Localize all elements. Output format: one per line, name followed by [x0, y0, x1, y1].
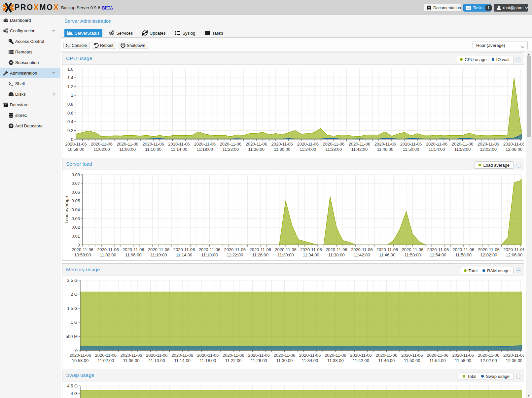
svg-text:2020-11-06: 2020-11-06	[478, 142, 499, 147]
svg-text:2020-11-06: 2020-11-06	[173, 247, 195, 252]
svg-text:11:54:00: 11:54:00	[429, 358, 446, 363]
svg-text:2020-11-06: 2020-11-06	[376, 353, 398, 358]
svg-text:11:30:00: 11:30:00	[276, 358, 293, 363]
svg-text:12:06:00: 12:06:00	[506, 252, 523, 257]
svg-text:2020-11-06: 2020-11-06	[503, 353, 524, 358]
svg-text:2020-11-06: 2020-11-06	[452, 353, 474, 358]
svg-text:0.05: 0.05	[72, 198, 80, 203]
svg-text:2020-11-06: 2020-11-06	[148, 247, 170, 252]
svg-text:2020-11-06: 2020-11-06	[224, 247, 246, 252]
svg-text:2020-11-06: 2020-11-06	[478, 353, 500, 358]
svg-text:2020-11-06: 2020-11-06	[271, 142, 293, 147]
svg-text:2020-11-06: 2020-11-06	[248, 353, 270, 358]
svg-text:2020-11-06: 2020-11-06	[275, 247, 297, 252]
svg-text:2020-11-06: 2020-11-06	[350, 353, 372, 358]
svg-text:2020-11-06: 2020-11-06	[349, 142, 371, 147]
svg-text:11:06:00: 11:06:00	[119, 147, 136, 152]
svg-text:2020-11-06: 2020-11-06	[503, 142, 524, 147]
svg-text:2020-11-06: 2020-11-06	[220, 142, 241, 147]
svg-text:11:38:00: 11:38:00	[328, 252, 345, 257]
svg-text:2020-11-06: 2020-11-06	[121, 353, 142, 358]
svg-text:2020-11-06: 2020-11-06	[374, 142, 396, 147]
svg-text:0.6: 0.6	[67, 111, 73, 116]
svg-text:11:10:00: 11:10:00	[145, 147, 161, 152]
svg-text:0.01: 0.01	[72, 234, 80, 239]
svg-text:2020-11-06: 2020-11-06	[326, 247, 347, 252]
svg-text:0.4: 0.4	[67, 119, 73, 124]
svg-text:2020-11-06: 2020-11-06	[427, 247, 449, 252]
svg-text:2020-11-06: 2020-11-06	[452, 142, 474, 147]
svg-text:2020-11-06: 2020-11-06	[223, 353, 244, 358]
svg-text:11:50:00: 11:50:00	[403, 147, 419, 152]
svg-text:11:02:00: 11:02:00	[100, 252, 116, 257]
svg-text:11:30:00: 11:30:00	[274, 147, 290, 152]
svg-text:2020-11-06: 2020-11-06	[123, 247, 144, 252]
svg-text:2020-11-06: 2020-11-06	[376, 247, 398, 252]
svg-text:2020-11-06: 2020-11-06	[69, 353, 91, 358]
svg-text:1.5 G: 1.5 G	[67, 306, 78, 311]
svg-text:4 G: 4 G	[71, 391, 78, 396]
svg-text:2020-11-06: 2020-11-06	[197, 353, 219, 358]
svg-text:11:46:00: 11:46:00	[378, 358, 395, 363]
svg-text:0.8: 0.8	[67, 102, 73, 107]
svg-text:10:58:00: 10:58:00	[68, 147, 85, 152]
svg-text:2020-11-06: 2020-11-06	[65, 142, 87, 147]
svg-text:11:42:00: 11:42:00	[351, 147, 368, 152]
svg-text:2020-11-06: 2020-11-06	[249, 247, 271, 252]
svg-text:2020-11-06: 2020-11-06	[72, 247, 93, 252]
svg-text:2020-11-06: 2020-11-06	[503, 247, 524, 252]
svg-text:11:46:00: 11:46:00	[377, 147, 394, 152]
svg-text:0.02: 0.02	[72, 225, 80, 230]
svg-text:2.5 G: 2.5 G	[67, 278, 78, 283]
svg-text:Load average: Load average	[64, 196, 69, 223]
svg-text:11:22:00: 11:22:00	[222, 147, 239, 152]
svg-text:11:58:00: 11:58:00	[455, 358, 471, 363]
svg-text:10:58:00: 10:58:00	[74, 252, 91, 257]
svg-text:11:18:00: 11:18:00	[201, 252, 218, 257]
svg-text:11:54:00: 11:54:00	[429, 147, 445, 152]
svg-text:2020-11-06: 2020-11-06	[146, 353, 168, 358]
svg-text:11:50:00: 11:50:00	[405, 252, 421, 257]
svg-text:11:10:00: 11:10:00	[151, 252, 167, 257]
svg-text:12:06:00: 12:06:00	[506, 358, 522, 363]
svg-text:11:14:00: 11:14:00	[176, 252, 193, 257]
svg-text:11:26:00: 11:26:00	[251, 358, 267, 363]
svg-text:0: 0	[78, 243, 80, 248]
svg-text:2020-11-06: 2020-11-06	[171, 353, 193, 358]
svg-text:11:14:00: 11:14:00	[171, 147, 187, 152]
svg-text:2020-11-06: 2020-11-06	[351, 247, 373, 252]
svg-text:11:50:00: 11:50:00	[404, 358, 420, 363]
svg-text:4.5 G: 4.5 G	[67, 383, 78, 388]
svg-text:2020-11-06: 2020-11-06	[300, 247, 322, 252]
svg-text:11:34:00: 11:34:00	[302, 358, 318, 363]
svg-text:11:02:00: 11:02:00	[93, 147, 110, 152]
svg-text:0.06: 0.06	[72, 190, 80, 195]
svg-text:11:22:00: 11:22:00	[227, 252, 243, 257]
svg-text:0.03: 0.03	[72, 216, 80, 221]
svg-text:2020-11-06: 2020-11-06	[274, 353, 296, 358]
svg-text:2020-11-06: 2020-11-06	[299, 353, 321, 358]
svg-text:2020-11-06: 2020-11-06	[427, 353, 448, 358]
svg-text:11:14:00: 11:14:00	[174, 358, 191, 363]
svg-text:11:46:00: 11:46:00	[379, 252, 396, 257]
svg-text:11:42:00: 11:42:00	[353, 358, 369, 363]
svg-text:11:54:00: 11:54:00	[430, 252, 446, 257]
svg-text:0.07: 0.07	[72, 181, 80, 186]
svg-text:11:10:00: 11:10:00	[149, 358, 165, 363]
svg-text:11:22:00: 11:22:00	[225, 358, 242, 363]
svg-text:11:58:00: 11:58:00	[455, 252, 472, 257]
svg-text:11:26:00: 11:26:00	[252, 252, 268, 257]
svg-text:0.2: 0.2	[67, 128, 73, 133]
svg-text:1.2: 1.2	[67, 84, 73, 89]
svg-text:1.4: 1.4	[67, 75, 73, 80]
svg-text:2020-11-06: 2020-11-06	[402, 247, 424, 252]
svg-text:0.08: 0.08	[72, 172, 80, 177]
svg-text:12:02:00: 12:02:00	[480, 252, 497, 257]
svg-text:2020-11-06: 2020-11-06	[194, 142, 216, 147]
svg-text:2020-11-06: 2020-11-06	[95, 353, 117, 358]
svg-text:11:58:00: 11:58:00	[454, 147, 471, 152]
svg-text:10:58:00: 10:58:00	[72, 358, 89, 363]
svg-text:2020-11-06: 2020-11-06	[401, 353, 423, 358]
svg-text:12:02:00: 12:02:00	[480, 147, 497, 152]
svg-text:11:30:00: 11:30:00	[277, 252, 294, 257]
